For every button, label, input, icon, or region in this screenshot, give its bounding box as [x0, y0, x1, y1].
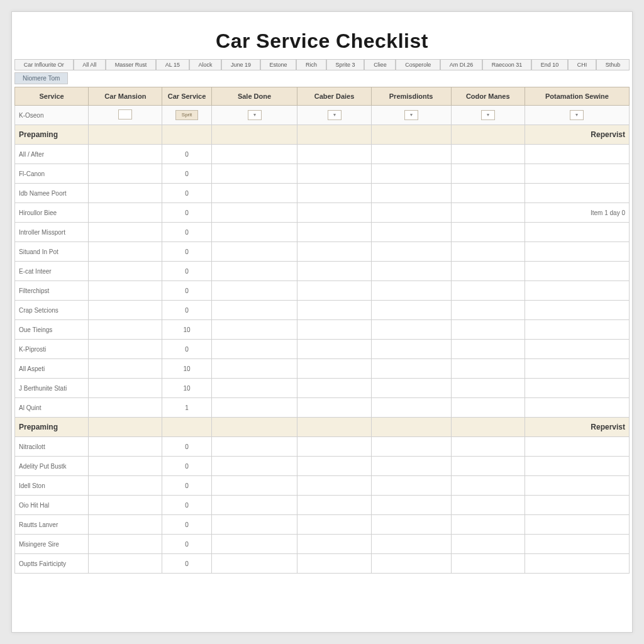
cell[interactable] — [371, 203, 451, 223]
car-service-value[interactable]: 10 — [162, 320, 211, 340]
subtab-button[interactable]: Niomere Tom — [14, 72, 68, 84]
cell[interactable] — [211, 301, 297, 320]
note-cell[interactable] — [525, 262, 629, 281]
car-service-value[interactable]: 0 — [162, 554, 211, 574]
car-service-value[interactable]: 0 — [162, 437, 211, 457]
cell[interactable] — [89, 242, 162, 262]
cell[interactable] — [297, 515, 371, 535]
car-service-value[interactable]: 0 — [162, 203, 211, 223]
cell[interactable] — [297, 496, 371, 515]
cell[interactable] — [451, 320, 525, 340]
cell[interactable] — [297, 457, 371, 476]
car-service-value[interactable]: 1 — [162, 398, 211, 418]
car-service-value[interactable]: 0 — [162, 301, 211, 320]
note-cell[interactable] — [525, 145, 629, 164]
cell[interactable] — [451, 359, 525, 379]
note-cell[interactable] — [525, 554, 629, 574]
dropdown-input[interactable] — [570, 110, 584, 120]
cell[interactable] — [371, 476, 451, 496]
car-service-value[interactable]: 0 — [162, 340, 211, 359]
cell[interactable] — [451, 242, 525, 262]
cell[interactable] — [371, 379, 451, 398]
cell[interactable] — [211, 184, 297, 203]
cell[interactable] — [89, 203, 162, 223]
dropdown-input[interactable] — [328, 110, 341, 120]
cell[interactable] — [211, 262, 297, 281]
cell[interactable] — [89, 184, 162, 203]
car-service-button[interactable]: Sprit — [175, 110, 198, 120]
cell[interactable] — [211, 476, 297, 496]
cell[interactable] — [211, 359, 297, 379]
car-service-value[interactable]: 0 — [162, 164, 211, 184]
cell[interactable] — [371, 301, 451, 320]
cell[interactable] — [371, 262, 451, 281]
cell[interactable] — [371, 457, 451, 476]
dropdown-input[interactable] — [481, 110, 495, 120]
cell[interactable] — [371, 242, 451, 262]
cell[interactable] — [211, 437, 297, 457]
note-cell[interactable] — [525, 320, 629, 340]
cell[interactable] — [297, 164, 371, 184]
note-cell[interactable] — [525, 242, 629, 262]
cell[interactable] — [89, 281, 162, 301]
cell[interactable] — [297, 554, 371, 574]
cell[interactable] — [297, 301, 371, 320]
cell[interactable] — [371, 496, 451, 515]
cell[interactable] — [211, 145, 297, 164]
toolbar-button[interactable]: June 19 — [221, 59, 260, 70]
cell[interactable] — [211, 457, 297, 476]
toolbar-button[interactable]: Car Inflourite Or — [14, 59, 74, 70]
cell[interactable] — [211, 242, 297, 262]
toolbar-button[interactable]: Raecoon 31 — [482, 59, 531, 70]
cell[interactable] — [89, 223, 162, 242]
car-service-value[interactable]: 0 — [162, 145, 211, 164]
cell[interactable] — [297, 476, 371, 496]
cell[interactable] — [451, 262, 525, 281]
note-cell[interactable] — [525, 184, 629, 203]
car-service-value[interactable]: 10 — [162, 359, 211, 379]
note-cell[interactable]: Item 1 day 0 — [525, 203, 629, 223]
cell[interactable] — [211, 535, 297, 554]
car-service-value[interactable]: 0 — [162, 515, 211, 535]
car-service-value[interactable]: 0 — [162, 223, 211, 242]
cell[interactable] — [89, 145, 162, 164]
note-cell[interactable] — [525, 379, 629, 398]
cell[interactable] — [89, 496, 162, 515]
car-service-value[interactable]: 0 — [162, 535, 211, 554]
note-cell[interactable] — [525, 476, 629, 496]
car-service-value[interactable]: 0 — [162, 476, 211, 496]
cell[interactable] — [371, 145, 451, 164]
cell[interactable] — [371, 184, 451, 203]
note-cell[interactable] — [525, 359, 629, 379]
cell[interactable] — [371, 223, 451, 242]
cell[interactable] — [297, 398, 371, 418]
cell[interactable] — [89, 262, 162, 281]
toolbar-button[interactable]: End 10 — [531, 59, 568, 70]
car-service-value[interactable]: 0 — [162, 184, 211, 203]
toolbar-button[interactable]: Alock — [189, 59, 222, 70]
cell[interactable] — [451, 535, 525, 554]
cell[interactable] — [297, 379, 371, 398]
cell[interactable] — [451, 476, 525, 496]
cell[interactable] — [211, 164, 297, 184]
note-cell[interactable] — [525, 535, 629, 554]
cell[interactable] — [451, 496, 525, 515]
cell[interactable] — [89, 535, 162, 554]
cell[interactable] — [451, 554, 525, 574]
note-cell[interactable] — [525, 496, 629, 515]
cell[interactable] — [297, 281, 371, 301]
cell[interactable] — [89, 515, 162, 535]
cell[interactable] — [451, 437, 525, 457]
cell[interactable] — [211, 515, 297, 535]
toolbar-button[interactable]: Estone — [260, 59, 297, 70]
cell[interactable] — [297, 242, 371, 262]
cell[interactable] — [211, 379, 297, 398]
toolbar-button[interactable]: Cliee — [364, 59, 396, 70]
note-cell[interactable] — [525, 164, 629, 184]
note-cell[interactable] — [525, 437, 629, 457]
toolbar-button[interactable]: Rich — [296, 59, 326, 70]
cell[interactable] — [297, 184, 371, 203]
car-service-value[interactable]: 0 — [162, 281, 211, 301]
note-cell[interactable] — [525, 301, 629, 320]
cell[interactable] — [211, 203, 297, 223]
